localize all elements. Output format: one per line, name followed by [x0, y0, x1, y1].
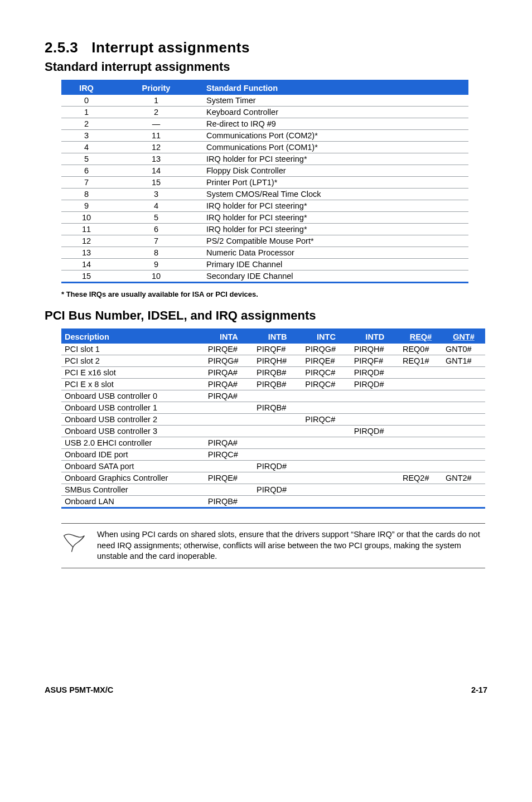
cell: Onboard USB controller 3: [61, 426, 205, 437]
th-description: Description: [61, 330, 205, 344]
cell: PIRQD#: [351, 367, 399, 379]
cell: IRQ holder for PCI steering*: [201, 224, 468, 235]
cell: PIRQH#: [351, 344, 399, 355]
table-row: Onboard IDE portPIRQC#: [61, 449, 485, 461]
cell: PIRQB#: [253, 379, 302, 390]
table-row: PCI E x 8 slotPIRQA#PIRQB#PIRQC#PIRQD#: [61, 379, 485, 390]
cell: 5: [61, 153, 112, 165]
cell: Primary IDE Channel: [201, 259, 468, 270]
cell: [302, 437, 350, 449]
cell: [253, 496, 302, 508]
cell: PIRQE#: [205, 344, 253, 355]
table-row: PCI slot 2PIRQG#PIRQH#PIRQE#PIRQF#REQ1#G…: [61, 355, 485, 367]
cell: [399, 496, 442, 508]
cell: GNT2#: [442, 472, 485, 484]
cell: PIRQF#: [351, 355, 399, 367]
cell: PIRQH#: [253, 355, 302, 367]
cell: 3: [112, 189, 201, 200]
cell: Printer Port (LPT1)*: [201, 177, 468, 189]
subheading-pci: PCI Bus Number, IDSEL, and IRQ assignmen…: [45, 308, 487, 323]
th-priority: Priority: [112, 81, 201, 95]
table-row: Onboard LANPIRQB#: [61, 496, 485, 508]
section-number: 2.5.3: [45, 39, 78, 56]
cell: [351, 484, 399, 496]
footer-right: 2-17: [471, 685, 487, 694]
cell: [442, 437, 485, 449]
cell: [351, 449, 399, 461]
cell: Onboard SATA port: [61, 461, 205, 472]
cell: 10: [112, 270, 201, 283]
table-row: USB 2.0 EHCI controllerPIRQA#: [61, 437, 485, 449]
cell: 6: [112, 224, 201, 235]
cell: PIRQE#: [205, 472, 253, 484]
cell: 10: [61, 212, 112, 224]
table-row: 715Printer Port (LPT1)*: [61, 177, 468, 189]
th-intc: INTC: [302, 330, 350, 344]
cell: System Timer: [201, 95, 468, 107]
cell: [253, 390, 302, 402]
cell: Re-direct to IRQ #9: [201, 118, 468, 130]
cell: PIRQB#: [253, 402, 302, 414]
cell: PIRQC#: [302, 367, 350, 379]
cell: 3: [61, 130, 112, 142]
cell: Communications Port (COM1)*: [201, 142, 468, 153]
cell: 11: [112, 130, 201, 142]
table-row: 94IRQ holder for PCI steering*: [61, 200, 468, 212]
table-row: 412Communications Port (COM1)*: [61, 142, 468, 153]
cell: 7: [112, 235, 201, 247]
cell: [399, 367, 442, 379]
cell: [399, 414, 442, 426]
cell: 0: [61, 95, 112, 107]
cell: Onboard USB controller 1: [61, 402, 205, 414]
table-row: Onboard USB controller 3PIRQD#: [61, 426, 485, 437]
cell: [399, 390, 442, 402]
cell: 15: [61, 270, 112, 283]
cell: 7: [61, 177, 112, 189]
cell: [442, 449, 485, 461]
cell: System CMOS/Real Time Clock: [201, 189, 468, 200]
note-box: When using PCI cards on shared slots, en…: [61, 523, 485, 568]
cell: PCI slot 2: [61, 355, 205, 367]
th-intb: INTB: [253, 330, 302, 344]
cell: [442, 390, 485, 402]
cell: [205, 402, 253, 414]
th-req: REQ#: [399, 330, 442, 344]
cell: [302, 472, 350, 484]
cell: USB 2.0 EHCI controller: [61, 437, 205, 449]
table-row: 513IRQ holder for PCI steering*: [61, 153, 468, 165]
cell: PCI E x 8 slot: [61, 379, 205, 390]
cell: 2: [112, 107, 201, 118]
th-irq: IRQ: [61, 81, 112, 95]
cell: 9: [112, 259, 201, 270]
cell: PCI slot 1: [61, 344, 205, 355]
cell: [399, 437, 442, 449]
cell: PIRQB#: [253, 367, 302, 379]
cell: Secondary IDE Channel: [201, 270, 468, 283]
cell: Communications Port (COM2)*: [201, 130, 468, 142]
cell: 4: [112, 200, 201, 212]
cell: PIRQG#: [302, 344, 350, 355]
cell: Keyboard Controller: [201, 107, 468, 118]
cell: PIRQG#: [205, 355, 253, 367]
cell: [442, 379, 485, 390]
cell: SMBus Controller: [61, 484, 205, 496]
cell: IRQ holder for PCI steering*: [201, 200, 468, 212]
cell: [351, 461, 399, 472]
cell: Onboard LAN: [61, 496, 205, 508]
cell: PIRQC#: [302, 379, 350, 390]
cell: Onboard USB controller 2: [61, 414, 205, 426]
th-intd: INTD: [351, 330, 399, 344]
cell: [351, 472, 399, 484]
note-text: When using PCI cards on shared slots, en…: [97, 529, 485, 562]
cell: IRQ holder for PCI steering*: [201, 212, 468, 224]
cell: [253, 426, 302, 437]
table-row: 1510Secondary IDE Channel: [61, 270, 468, 283]
cell: GNT0#: [442, 344, 485, 355]
table-row: SMBus ControllerPIRQD#: [61, 484, 485, 496]
cell: [302, 426, 350, 437]
cell: [399, 379, 442, 390]
pci-irq-table: Description INTA INTB INTC INTD REQ# GNT…: [61, 328, 485, 509]
cell: 5: [112, 212, 201, 224]
cell: [399, 461, 442, 472]
cell: [442, 414, 485, 426]
